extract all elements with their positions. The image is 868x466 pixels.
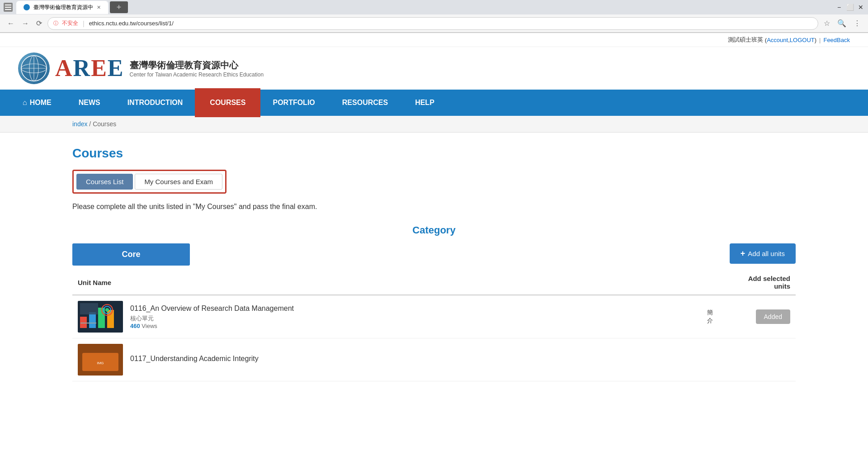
svg-rect-10 [80,317,87,328]
add-selected-header: Add selected units [723,270,796,295]
added-button-1[interactable]: Added [756,309,790,324]
logo-area: AREE 臺灣學術倫理教育資源中心 Center for Taiwan Acad… [18,52,264,84]
svg-rect-18 [80,323,96,323]
minimize-button[interactable]: − [835,4,843,11]
security-label: 不安全 [62,19,78,27]
breadcrumb-current: Courses [93,120,116,128]
security-indicator: ⓘ [53,20,58,27]
tab-courses-list[interactable]: Courses List [76,174,133,190]
status-cell-1: Added [723,295,796,338]
top-user-bar: 測試碩士班英 ( Account , LOGOUT ) | FeedBack [0,33,868,47]
unit-views-label-1: Views [142,323,157,329]
unit-category-chinese-1: 核心單元 [130,315,154,322]
tab-buttons-container: Courses List My Courses and Exam [72,170,226,194]
browser-chrome: 臺灣學術倫理教育資源中 ✕ + − ⬜ ✕ ← → ⟳ ⓘ 不安全 | ethi… [0,0,868,33]
feedback-link[interactable]: FeedBack [823,37,850,43]
units-table-body: 0116_An Overview of Research Data Manage… [72,295,796,381]
zoom-button[interactable]: 🔍 [835,17,848,29]
maximize-button[interactable]: ⬜ [846,4,854,11]
username-text: 測試碩士班英 [728,36,763,44]
category-section: Category Core + Add all units Unit Name … [72,224,796,381]
bookmark-button[interactable]: ☆ [822,17,832,29]
address-field[interactable]: ⓘ 不安全 | ethics.nctu.edu.tw/courses/list/… [47,17,818,30]
unit-thumbnail-2: IMG [78,344,123,376]
unit-row-1: 0116_An Overview of Research Data Manage… [78,301,691,333]
unit-thumbnail-1 [78,301,123,333]
tab-close-icon[interactable]: ✕ [97,5,101,10]
nav-item-home[interactable]: ⌂ HOME [9,90,65,116]
breadcrumb-separator: / [89,120,91,128]
nav-label-news: NEWS [79,99,100,107]
address-bar: ← → ⟳ ⓘ 不安全 | ethics.nctu.edu.tw/courses… [0,14,868,33]
tab-title: 臺灣學術倫理教育資源中 [33,4,93,11]
url-text: ethics.nctu.edu.tw/courses/list/1/ [89,20,812,27]
browser-tab[interactable]: 臺灣學術倫理教育資源中 ✕ [16,1,108,14]
svg-rect-1 [5,7,11,8]
add-all-button[interactable]: + Add all units [730,243,796,264]
page-description: Please complete all the units listed in … [72,203,796,211]
home-icon: ⌂ [23,99,27,107]
unit-name-header: Unit Name [72,270,696,295]
browser-menu-icon[interactable] [4,3,13,12]
category-actions: Core + Add all units [72,243,796,266]
units-table-head: Unit Name Add selected units [72,270,796,295]
page-title: Courses [72,146,796,161]
logo-globe [18,52,50,84]
nav-item-help[interactable]: HELP [401,90,448,116]
unit-cell-1: 0116_An Overview of Research Data Manage… [72,295,696,338]
breadcrumb-index[interactable]: index [72,120,87,128]
nav-label-resources: RESOURCES [342,99,388,107]
logo-english-text: Center for Taiwan Academic Research Ethi… [130,71,264,78]
tab-favicon [24,4,30,10]
unit-views-1: 460 [130,323,140,329]
svg-rect-0 [5,5,11,5]
plus-icon: + [741,249,745,258]
back-button[interactable]: ← [5,18,16,29]
unit-row-2: IMG 0117_Understanding Academic Integrit… [78,344,691,376]
units-table-header-row: Unit Name Add selected units [72,270,796,295]
forward-button[interactable]: → [20,18,31,29]
svg-point-16 [105,308,109,312]
unit-info-2: 0117_Understanding Academic Integrity [130,355,691,365]
nav-label-introduction: INTRODUCTION [127,99,183,107]
new-tab-area[interactable]: + [110,1,128,13]
svg-text:IMG: IMG [97,361,104,365]
logout-link[interactable]: LOGOUT [790,37,815,43]
main-nav: ⌂ HOME NEWS INTRODUCTION COURSES PORTFOL… [0,90,868,116]
refresh-button[interactable]: ⟳ [34,17,44,29]
unit-info-1: 0116_An Overview of Research Data Manage… [130,304,691,329]
core-category-button[interactable]: Core [72,243,190,266]
top-bar-separator: | [819,37,821,43]
nav-item-introduction[interactable]: INTRODUCTION [114,90,197,116]
unit-name-1: 0116_An Overview of Research Data Manage… [130,304,691,313]
brief-header [696,270,723,295]
unit-cell-2: IMG 0117_Understanding Academic Integrit… [72,338,696,381]
svg-rect-2 [5,9,11,10]
brief-cell-1: 簡介 [696,295,723,338]
nav-label-courses: COURSES [210,99,245,107]
site-header: AREE 臺灣學術倫理教育資源中心 Center for Taiwan Acad… [0,47,868,90]
unit-meta-1: 核心單元 460 Views [130,314,691,329]
account-link[interactable]: Account [767,37,788,43]
nav-label-help: HELP [415,99,434,107]
status-cell-2 [723,338,796,381]
units-table: Unit Name Add selected units [72,270,796,381]
logo-name-area: 臺灣學術倫理教育資源中心 Center for Taiwan Academic … [130,59,264,78]
nav-item-resources[interactable]: RESOURCES [329,90,401,116]
nav-item-news[interactable]: NEWS [65,90,114,116]
menu-button[interactable]: ⋮ [852,17,863,29]
category-label: Category [72,224,796,236]
brief-button-1[interactable]: 簡介 [707,309,713,325]
tab-my-courses-exam[interactable]: My Courses and Exam [135,174,222,190]
close-button[interactable]: ✕ [857,4,864,11]
window-controls: − ⬜ ✕ [835,4,864,11]
title-bar: 臺灣學術倫理教育資源中 ✕ + − ⬜ ✕ [0,0,868,14]
nav-item-courses[interactable]: COURSES [196,90,259,116]
svg-rect-13 [107,310,114,328]
logo-chinese-text: 臺灣學術倫理教育資源中心 [130,59,264,71]
svg-rect-17 [80,303,98,314]
add-selected-label: Add selected units [748,275,790,290]
logo-text-group: AREE 臺灣學術倫理教育資源中心 Center for Taiwan Acad… [55,57,264,80]
nav-item-portfolio[interactable]: PORTFOLIO [259,90,328,116]
breadcrumb: index / Courses [0,116,868,133]
